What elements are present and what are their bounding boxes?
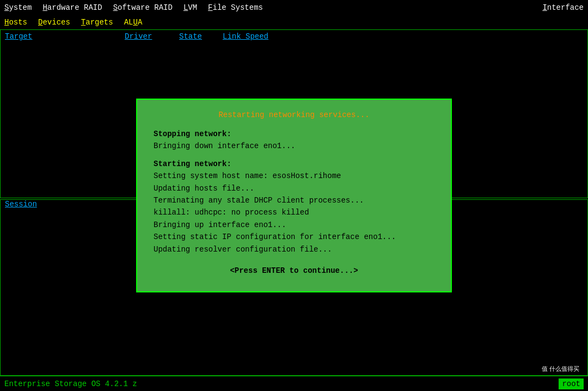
modal-line-3: Starting network: [154,158,434,170]
modal-line-10: Updating resolver configuration file... [154,243,434,255]
watermark: 值 什么值得买 [538,363,583,375]
modal-line-9: Setting static IP configuration for inte… [154,231,434,243]
modal-prompt[interactable]: <Press ENTER to continue...> [154,266,434,275]
modal-line-7: killall: udhcpc: no process killed [154,206,434,218]
modal-line-8: Bringing up interface eno1... [154,219,434,231]
modal-line-4: Setting system host name: esosHost.rihom… [154,170,434,182]
modal-line-2: Bringing down interface eno1... [154,140,434,152]
app: System Hardware RAID Software RAID LVM F… [0,0,588,391]
modal-line-5: Updating hosts file... [154,182,434,194]
modal-line-6: Terminating any stale DHCP client proces… [154,194,434,206]
modal-body: Stopping network: Bringing down interfac… [154,128,434,255]
modal-title: Restarting networking services... [154,111,434,119]
modal-dialog: Restarting networking services... Stoppi… [136,99,452,292]
modal-overlay: Restarting networking services... Stoppi… [0,0,588,391]
modal-line-1: Stopping network: [154,128,434,140]
